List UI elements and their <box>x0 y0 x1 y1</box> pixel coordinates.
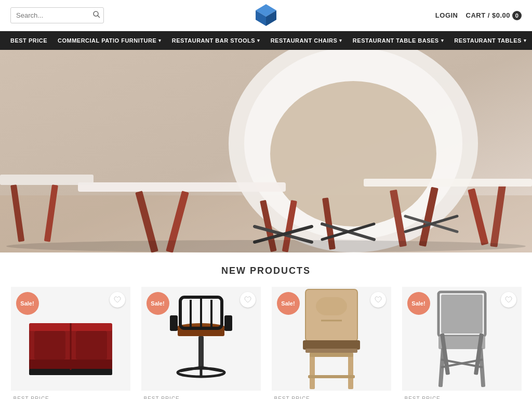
svg-rect-11 <box>78 182 286 192</box>
logo-icon <box>253 2 279 28</box>
nav-item-restaurant-bar-stools[interactable]: RESTAURANT BAR STOOLS▾ <box>167 31 265 50</box>
hero-banner <box>0 50 532 252</box>
wishlist-button[interactable] <box>110 292 125 308</box>
svg-point-31 <box>6 240 526 252</box>
product-image-wrap: Sale! <box>141 287 261 391</box>
svg-rect-37 <box>76 331 107 360</box>
svg-rect-60 <box>308 375 355 378</box>
product-card[interactable]: Sale! BEST PRICEGift Selection Window Ba… <box>141 287 261 399</box>
wishlist-button[interactable] <box>240 292 256 308</box>
sale-badge: Sale! <box>277 292 300 315</box>
header-right: LOGIN CART / $0.00 0 <box>435 11 522 20</box>
chevron-down-icon: ▾ <box>158 38 162 43</box>
product-card[interactable]: Sale! BEST PRICEGift Selection Premium U… <box>272 287 391 399</box>
svg-rect-55 <box>303 340 360 350</box>
nav-item-restaurant-table-bases[interactable]: RESTAURANT TABLE BASES▾ <box>348 31 449 50</box>
svg-rect-47 <box>198 336 204 367</box>
cart-label: CART / $0.00 <box>466 11 510 19</box>
heart-icon <box>375 296 382 303</box>
login-link[interactable]: LOGIN <box>435 11 458 19</box>
nav-item-commercial-patio-furniture[interactable]: COMMERCIAL PATIO FURNITURE▾ <box>52 31 167 50</box>
wishlist-button[interactable] <box>501 292 516 308</box>
product-category: BEST PRICE <box>144 396 258 399</box>
nav-item-restaurant-tables[interactable]: RESTAURANT TABLES▾ <box>449 31 531 50</box>
svg-rect-57 <box>310 353 315 389</box>
svg-rect-28 <box>0 175 94 185</box>
product-info: BEST PRICEGift Selection Premium US Made <box>272 391 391 399</box>
sale-badge: Sale! <box>16 292 39 315</box>
chevron-down-icon: ▾ <box>524 38 527 43</box>
product-image-wrap: Sale! <box>11 287 130 391</box>
cart-link[interactable]: CART / $0.00 0 <box>466 11 522 20</box>
heart-icon <box>505 296 512 303</box>
site-logo[interactable] <box>253 2 279 29</box>
product-category: BEST PRICE <box>274 396 389 399</box>
hero-image <box>0 50 532 252</box>
product-category: BEST PRICE <box>14 396 128 399</box>
svg-rect-56 <box>305 349 357 353</box>
main-nav: BEST PRICECOMMERCIAL PATIO FURNITURE▾RES… <box>0 31 532 50</box>
svg-rect-58 <box>348 353 353 389</box>
sale-badge: Sale! <box>407 292 430 315</box>
search-input[interactable] <box>11 8 89 22</box>
product-info: BEST PRICEHot Sale Curved Triple Braced <box>402 391 522 399</box>
svg-rect-25 <box>364 179 532 187</box>
heart-icon <box>244 296 251 303</box>
nav-item-restaurant-chairs[interactable]: RESTAURANT CHAIRS▾ <box>265 31 348 50</box>
product-card[interactable]: Sale! BEST PRICEClassical Quick Ship Res… <box>11 287 130 399</box>
chevron-down-icon: ▾ <box>339 38 342 43</box>
product-image-wrap: Sale! <box>402 287 522 391</box>
svg-line-49 <box>180 367 201 371</box>
product-info: BEST PRICEClassical Quick Ship Restauran… <box>11 391 130 399</box>
svg-rect-62 <box>441 295 483 334</box>
sale-badge: Sale! <box>147 292 169 315</box>
heart-icon <box>114 296 121 303</box>
nav-item-best-price[interactable]: BEST PRICE <box>5 31 52 50</box>
chevron-down-icon: ▾ <box>257 38 260 43</box>
svg-rect-46 <box>224 315 232 331</box>
product-image-wrap: Sale! <box>272 287 391 391</box>
product-info: BEST PRICEGift Selection Window Back Swi… <box>141 391 261 399</box>
search-form <box>10 7 104 23</box>
products-grid: Sale! BEST PRICEClassical Quick Ship Res… <box>0 287 532 399</box>
product-category: BEST PRICE <box>405 396 519 399</box>
search-button[interactable] <box>89 8 104 23</box>
svg-line-1 <box>98 16 100 18</box>
chevron-down-icon: ▾ <box>441 38 444 43</box>
svg-line-50 <box>201 367 222 371</box>
svg-rect-53 <box>316 297 347 315</box>
svg-rect-45 <box>170 315 178 331</box>
product-card[interactable]: Sale! BEST PRICEHot Sale Curved Triple B… <box>402 287 522 399</box>
search-icon <box>93 11 100 18</box>
cart-count-badge: 0 <box>512 11 522 20</box>
svg-rect-36 <box>34 331 65 360</box>
wishlist-button[interactable] <box>370 292 386 308</box>
site-header: LOGIN CART / $0.00 0 <box>0 0 532 31</box>
section-title: NEW PRODUCTS <box>0 265 532 276</box>
svg-rect-59 <box>310 353 353 357</box>
